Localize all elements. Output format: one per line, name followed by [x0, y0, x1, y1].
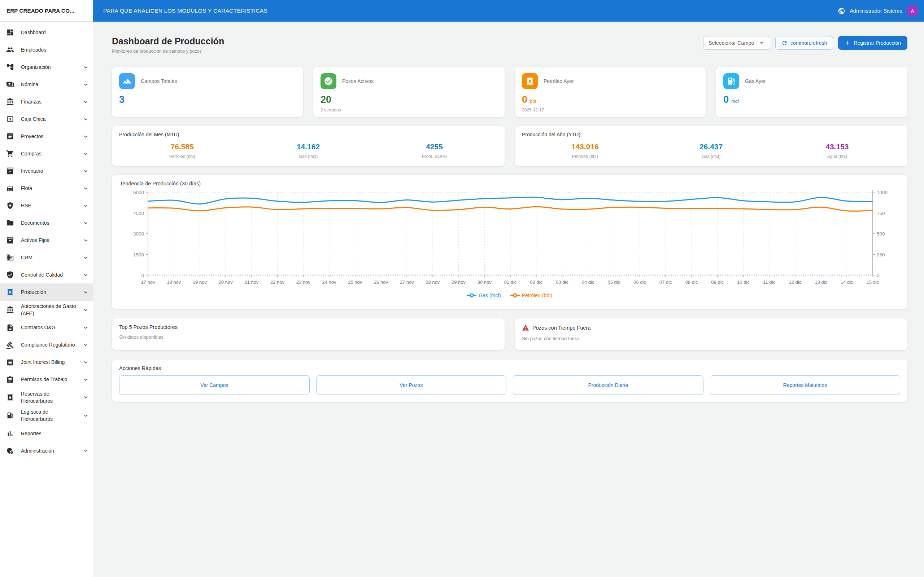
- summary-metric-label: Petróleo (bbl): [119, 154, 245, 159]
- sidebar-item-log-stica-de-hidrocarburos[interactable]: Logística de Hidrocarburos: [0, 406, 93, 425]
- sidebar-item-label: Caja Chica: [21, 115, 80, 122]
- legend-marker-icon: [467, 293, 477, 298]
- people-icon: [6, 45, 15, 54]
- sidebar-item-documentos[interactable]: Documentos: [0, 214, 93, 232]
- bank-icon: [6, 97, 15, 106]
- sidebar-item-proyectos[interactable]: Proyectos: [0, 128, 93, 145]
- stat-card-header: Gas Ayer: [723, 73, 900, 89]
- quick-action-ver-pozos[interactable]: Ver Pozos: [316, 376, 507, 395]
- summary-metric-label: Prom. BOPD: [372, 154, 498, 159]
- topbar-title: PARA QUE ANALICEN LOS MODULOS Y CARACTER…: [103, 8, 267, 14]
- register-production-button[interactable]: Registrar Producción: [838, 36, 908, 50]
- svg-text:24 nov: 24 nov: [322, 279, 336, 285]
- sidebar-item-contratos-o-g[interactable]: Contratos O&G: [0, 319, 93, 337]
- legend-item-gas[interactable]: Gas (mcf): [467, 292, 501, 298]
- sidebar-item-label: Proyectos: [21, 133, 80, 140]
- cart-icon: [6, 149, 15, 158]
- sidebar-item-label: Inventario: [21, 167, 80, 174]
- quick-action-ver-campos[interactable]: Ver Campos: [119, 376, 310, 395]
- svg-text:08 dic: 08 dic: [685, 279, 698, 285]
- sidebar-item-n-mina[interactable]: Nómina: [0, 76, 93, 93]
- info-card-empty-text: Sin datos disponibles: [119, 334, 498, 340]
- sidebar-item-inventario[interactable]: Inventario: [0, 162, 93, 180]
- sidebar-item-organizaci-n[interactable]: Organización: [0, 58, 93, 76]
- chevron-down-icon: [82, 412, 89, 419]
- quick-action-reportes-matutinos[interactable]: Reportes Matutinos: [710, 376, 901, 395]
- stat-card-caption: 2025-12-17: [522, 108, 699, 113]
- sidebar-item-finanzas[interactable]: Finanzas: [0, 93, 93, 110]
- summary-metric-value: 4255: [372, 142, 498, 151]
- sidebar-item-joint-interest-billing[interactable]: Joint Interest Billing: [0, 354, 93, 371]
- info-card-title-row: Pozos con Tiempo Fuera: [522, 324, 900, 331]
- svg-text:23 nov: 23 nov: [296, 279, 311, 285]
- stat-card-header: Pozos Activos: [320, 73, 498, 89]
- legend-item-petroleo[interactable]: Petróleo (bbl): [510, 292, 552, 298]
- stat-card-caption: 2 cerrados: [320, 108, 498, 113]
- chevron-down-icon: [82, 202, 89, 209]
- field-select[interactable]: Seleccionar Campo: [703, 36, 770, 50]
- svg-text:30 nov: 30 nov: [478, 279, 492, 285]
- sidebar-item-autorizaciones-de-gasto-afe[interactable]: Autorizaciones de Gasto (AFE): [0, 301, 93, 319]
- sidebar-item-label: Administración: [21, 447, 80, 455]
- stat-card-pozos-activos: Pozos Activos202 cerrados: [313, 67, 505, 117]
- chevron-down-icon: [82, 81, 89, 88]
- svg-text:17 nov: 17 nov: [141, 279, 155, 285]
- info-card-title: Pozos con Tiempo Fuera: [532, 325, 591, 331]
- refresh-button[interactable]: common.refresh: [775, 36, 833, 50]
- sidebar-item-administraci-n[interactable]: Administración: [0, 442, 93, 459]
- chevron-down-icon: [82, 63, 89, 71]
- summary-metric-value: 26.437: [648, 142, 774, 151]
- svg-text:18 nov: 18 nov: [167, 279, 181, 285]
- sidebar-item-label: Autorizaciones de Gasto (AFE): [21, 303, 80, 318]
- sidebar-item-caja-chica[interactable]: $Caja Chica: [0, 110, 93, 128]
- avatar[interactable]: A: [907, 5, 918, 16]
- sidebar-item-compliance-regulatorio[interactable]: Compliance Regulatorio: [0, 337, 93, 354]
- sidebar-item-control-de-calidad[interactable]: Control de Calidad: [0, 266, 93, 284]
- refresh-icon: [782, 40, 788, 46]
- info-card-title-row: Top 5 Pozos Productores: [119, 324, 498, 330]
- svg-text:27 nov: 27 nov: [400, 279, 414, 285]
- mtd-card: Producción del Mes (MTD)76.585Petróleo (…: [112, 126, 505, 166]
- svg-text:28 nov: 28 nov: [426, 279, 440, 285]
- receipt-icon: [6, 358, 15, 367]
- svg-text:500: 500: [877, 231, 885, 237]
- gavel-icon: [6, 341, 15, 350]
- sidebar-item-label: Dashboard: [21, 29, 80, 36]
- sidebar-item-reservas-de-hidrocarburos[interactable]: Reservas de Hidrocarburos: [0, 388, 93, 407]
- svg-text:11 dic: 11 dic: [763, 279, 775, 285]
- sidebar-item-label: Empleados: [21, 46, 80, 53]
- sidebar-item-label: Compliance Regulatorio: [21, 341, 80, 348]
- svg-text:29 nov: 29 nov: [452, 279, 466, 285]
- stat-card-label: Petróleo Ayer: [544, 78, 574, 84]
- chevron-down-icon: [82, 150, 89, 157]
- sidebar-item-producci-n[interactable]: Producción: [0, 284, 93, 301]
- stat-card-header: Campos Totales: [119, 73, 296, 89]
- main-area: PARA QUE ANALICEN LOS MODULOS Y CARACTER…: [93, 0, 924, 577]
- topbar-right: Administrador Sistema A: [838, 5, 918, 16]
- sidebar-item-dashboard[interactable]: Dashboard: [0, 24, 93, 41]
- sidebar-item-label: Logística de Hidrocarburos: [21, 408, 80, 423]
- svg-text:6000: 6000: [133, 190, 144, 195]
- sidebar-item-activos-fijos[interactable]: Activos Fijos: [0, 232, 93, 249]
- sidebar-item-crm[interactable]: CRM: [0, 249, 93, 266]
- sidebar-item-compras[interactable]: Compras: [0, 145, 93, 162]
- stat-card-value: 0: [522, 94, 527, 105]
- summary-columns: 76.585Petróleo (bbl)14.162Gas (mcf)4255P…: [119, 142, 498, 159]
- sidebar-item-flota[interactable]: Flota: [0, 180, 93, 197]
- quick-action-producci-n-diaria[interactable]: Producción Diaria: [513, 376, 703, 395]
- sidebar-item-permisos-de-trabajo[interactable]: Permisos de Trabajo: [0, 371, 93, 388]
- globe-icon[interactable]: [838, 7, 845, 15]
- top-wells-card: Top 5 Pozos ProductoresSin datos disponi…: [112, 318, 505, 350]
- chevron-down-icon: [82, 324, 89, 331]
- svg-text:03 dic: 03 dic: [556, 279, 569, 285]
- stat-card-header: Petróleo Ayer: [522, 73, 699, 89]
- chart-svg: 17 nov18 nov19 nov20 nov21 nov22 nov23 n…: [120, 187, 900, 290]
- oil-barrel-icon: [6, 288, 15, 297]
- sidebar-item-reportes[interactable]: Reportes: [0, 425, 93, 442]
- summary-metric: 14.162Gas (mcf): [245, 142, 371, 159]
- summary-title: Producción del Mes (MTD): [119, 132, 498, 137]
- chevron-down-icon: [82, 447, 89, 455]
- summary-metric: 26.437Gas (mcf): [648, 142, 774, 159]
- sidebar-item-empleados[interactable]: Empleados: [0, 41, 93, 58]
- sidebar-item-hse[interactable]: HSE: [0, 197, 93, 214]
